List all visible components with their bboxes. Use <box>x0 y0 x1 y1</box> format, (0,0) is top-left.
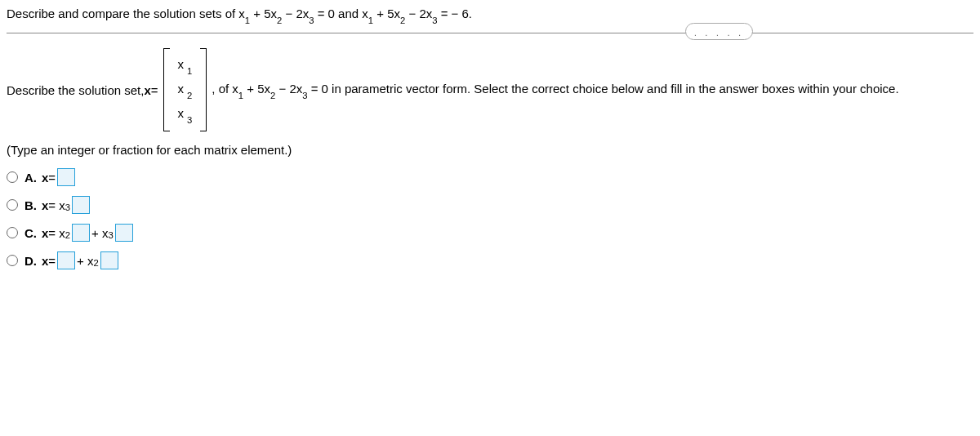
answer-box-c1[interactable] <box>72 224 90 242</box>
choice-d[interactable]: D. x = + x2 <box>7 251 973 269</box>
describe-row: Describe the solution set, x = x1 x2 x3 … <box>7 48 973 131</box>
answer-box-a[interactable] <box>57 168 75 186</box>
radio-a[interactable] <box>7 171 18 183</box>
choice-b[interactable]: B. x = x3 <box>7 196 973 214</box>
answer-box-c2[interactable] <box>115 224 133 242</box>
radio-b[interactable] <box>7 199 18 211</box>
question-body: Describe the solution set, x = x1 x2 x3 … <box>7 33 973 269</box>
column-matrix: x1 x2 x3 <box>163 48 207 131</box>
answer-box-b[interactable] <box>72 196 90 214</box>
dots-indicator[interactable]: . . . . . <box>685 23 753 40</box>
answer-box-d2[interactable] <box>100 251 118 269</box>
choice-c[interactable]: C. x = x2 + x3 <box>7 224 973 242</box>
instruction-text: (Type an integer or fraction for each ma… <box>7 143 973 157</box>
radio-d[interactable] <box>7 255 18 266</box>
choice-a[interactable]: A. x = <box>7 168 973 186</box>
radio-c[interactable] <box>7 227 18 238</box>
header-text: Describe and compare the solution sets o… <box>7 7 472 20</box>
choices-group: A. x = B. x = x3 C. x = x2 + x3 <box>7 168 973 269</box>
answer-box-d1[interactable] <box>57 251 75 269</box>
problem-header: Describe and compare the solution sets o… <box>7 7 973 33</box>
